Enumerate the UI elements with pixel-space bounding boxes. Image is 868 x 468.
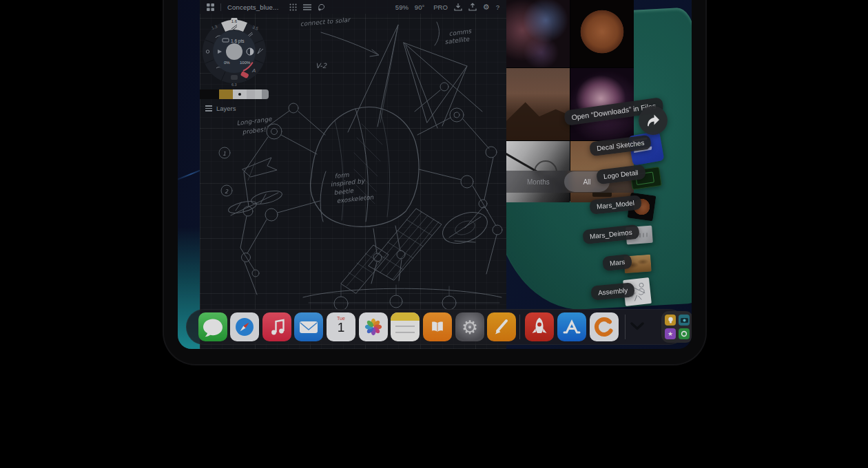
annotation-probes-2: probes! xyxy=(242,126,267,136)
music-note-icon xyxy=(262,312,291,341)
layers-button[interactable]: Layers xyxy=(205,104,236,113)
messages-bubble-icon xyxy=(198,312,227,341)
dock-app-safari[interactable] xyxy=(230,312,259,341)
forward-arrow-icon xyxy=(645,114,661,127)
ipad-screen: connect to solar comms satellite V-2 Lon… xyxy=(178,0,692,349)
help-button[interactable]: ? xyxy=(496,3,499,11)
annotation-version: V-2 xyxy=(316,62,327,70)
marketing-stage: connect to solar comms satellite V-2 Lon… xyxy=(0,0,868,468)
mail-envelope-icon xyxy=(294,312,323,341)
concepts-toolbar: Concepts_blue... 59% 90° PRO xyxy=(200,0,506,14)
hill-silhouette xyxy=(506,97,570,140)
annotation-note-3: beetle xyxy=(333,187,355,196)
swatch-gray-3[interactable] xyxy=(262,89,269,99)
dock-app-music[interactable] xyxy=(262,312,291,341)
dock-app-messages[interactable] xyxy=(198,312,227,341)
toolbar-divider xyxy=(220,3,221,11)
export-share-icon[interactable] xyxy=(468,3,477,11)
dock-app-photos[interactable] xyxy=(359,312,388,341)
pages-pen-icon xyxy=(487,312,516,341)
segment-months[interactable]: Months xyxy=(527,178,550,186)
precision-grid-icon[interactable] xyxy=(289,3,297,11)
import-icon[interactable] xyxy=(454,3,462,11)
dock-app-books[interactable] xyxy=(423,312,452,341)
selection-tool-icon[interactable] xyxy=(318,3,325,11)
rotation-value[interactable]: 90° xyxy=(415,3,424,11)
mini-star-icon: ★ xyxy=(665,328,676,339)
appstore-a-icon xyxy=(557,312,586,341)
document-title[interactable]: Concepts_blue... xyxy=(227,3,279,11)
dock-divider-1 xyxy=(519,315,520,339)
annotation-comms-1: comms xyxy=(448,28,473,37)
mini-lightbulb-icon xyxy=(665,315,676,326)
stroke-size-readout: 1.6 pts xyxy=(231,39,245,44)
concepts-canvas[interactable]: connect to solar comms satellite V-2 Lon… xyxy=(200,0,506,349)
dock-app-mail[interactable] xyxy=(294,312,323,341)
annotation-comms-2: satellite xyxy=(444,36,471,45)
annotation-note-1: form xyxy=(334,171,349,180)
dock-app-concepts[interactable] xyxy=(590,312,619,341)
photo-horsehead-nebula[interactable] xyxy=(506,0,570,67)
annotation-connect: connect to solar xyxy=(300,17,351,28)
opacity-max-label: 100% xyxy=(240,61,251,65)
books-book-icon xyxy=(427,317,448,337)
dock-app-calendar[interactable]: Tue 1 xyxy=(327,312,355,341)
layers-menu-icon xyxy=(205,104,212,113)
dock: Tue 1 ⚙ xyxy=(186,309,687,345)
dock-app-pages[interactable] xyxy=(487,312,516,341)
settings-gear-icon[interactable]: ⚙ xyxy=(483,3,490,11)
active-tool-size-label: 1.6 xyxy=(231,19,238,23)
photo-mars-hills[interactable] xyxy=(506,68,570,140)
calendar-day: 1 xyxy=(327,321,355,334)
rocket-icon xyxy=(525,312,554,341)
swatch-gray-2[interactable] xyxy=(255,89,262,99)
dock-app-appstore[interactable] xyxy=(557,312,586,341)
photo-mars-globe[interactable] xyxy=(570,0,634,67)
concepts-c-icon xyxy=(590,312,619,341)
annotation-marker-2: 2 xyxy=(225,189,229,195)
chevron-down-icon[interactable] xyxy=(629,319,645,333)
layers-label: Layers xyxy=(216,105,236,112)
dock-app-library[interactable]: ★ xyxy=(661,311,692,343)
annotation-probes-1: Long-range xyxy=(236,116,273,127)
mini-ring-icon xyxy=(679,328,690,339)
text-tool-icon[interactable]: A xyxy=(251,67,256,74)
opacity-min-label: 0% xyxy=(224,61,230,65)
swatch-black[interactable] xyxy=(200,89,219,99)
color-palette[interactable] xyxy=(200,89,269,99)
swatch-gold[interactable] xyxy=(219,89,233,99)
drag-share-badge xyxy=(639,106,668,135)
fill-tool-icon[interactable] xyxy=(231,75,238,80)
dock-app-rocket[interactable] xyxy=(525,312,554,341)
annotation-marker-1: 1 xyxy=(223,151,226,157)
tool-wheel[interactable]: 1.6 A 1.3 3.5 1.6 pts xyxy=(201,18,267,87)
settings-gear-glyph: ⚙ xyxy=(462,318,478,337)
swatch-gray-1[interactable] xyxy=(247,89,255,99)
swatch-white-selected[interactable] xyxy=(233,89,247,99)
dock-divider-2 xyxy=(625,315,626,339)
notes-band xyxy=(391,312,420,321)
dock-app-notes[interactable] xyxy=(391,312,420,341)
safari-compass-icon xyxy=(233,315,256,339)
photos-flower-icon xyxy=(362,315,385,339)
dock-app-settings[interactable]: ⚙ xyxy=(455,312,484,341)
pro-badge[interactable]: PRO xyxy=(433,3,448,11)
mini-camera-icon xyxy=(679,315,690,326)
gallery-icon[interactable] xyxy=(207,3,214,11)
layers-menu-icon[interactable] xyxy=(303,3,311,11)
zoom-level[interactable]: 59% xyxy=(395,3,409,11)
bottom-tool-size: 6.3 xyxy=(231,83,237,87)
color-preview[interactable] xyxy=(226,43,242,60)
